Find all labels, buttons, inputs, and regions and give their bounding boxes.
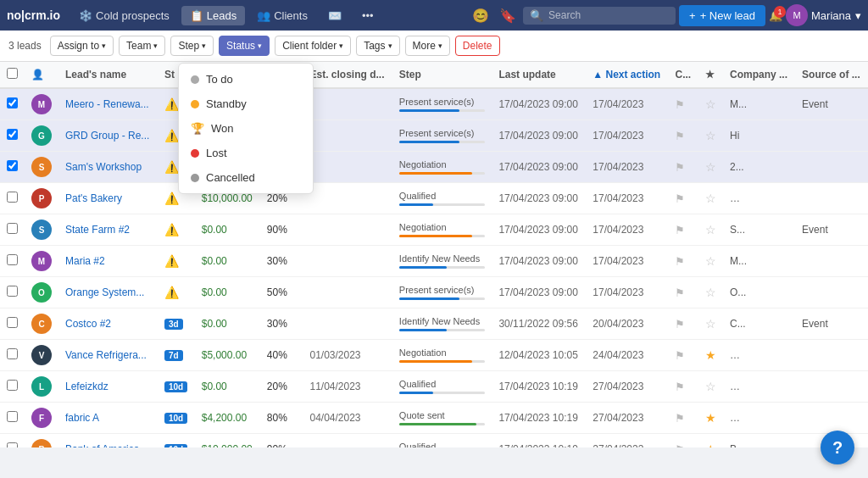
row-checkbox[interactable] xyxy=(7,286,18,297)
lead-name[interactable]: Costco #2 xyxy=(65,318,111,330)
row-star-cell[interactable]: ☆ xyxy=(698,214,723,246)
lead-name[interactable]: Lefeizkdz xyxy=(65,381,108,392)
status-cancelled-item[interactable]: Cancelled xyxy=(179,165,313,190)
row-checkbox[interactable] xyxy=(7,223,18,234)
col-name[interactable]: Lead's name xyxy=(58,62,158,88)
row-checkbox-cell[interactable] xyxy=(0,308,25,340)
lead-name[interactable]: State Farm #2 xyxy=(65,224,130,236)
nav-mail[interactable]: ✉️ xyxy=(320,6,350,25)
row-checkbox-cell[interactable] xyxy=(0,434,25,448)
row-checkbox[interactable] xyxy=(7,97,18,108)
status-won-item[interactable]: 🏆 Won xyxy=(179,116,313,141)
col-company[interactable]: C... xyxy=(668,62,698,88)
row-name-cell[interactable]: GRD Group - Re... xyxy=(58,120,158,152)
row-name-cell[interactable]: Sam's Workshop xyxy=(58,152,158,183)
row-star-cell[interactable]: ☆ xyxy=(698,88,723,120)
row-checkbox-cell[interactable] xyxy=(0,214,25,246)
row-star-cell[interactable]: ☆ xyxy=(698,183,723,214)
select-all-header[interactable] xyxy=(0,62,25,88)
col-next-action[interactable]: ▲ Next action xyxy=(586,62,668,88)
star-icon[interactable]: ☆ xyxy=(705,286,716,299)
select-all-checkbox[interactable] xyxy=(7,68,18,79)
row-checkbox-cell[interactable] xyxy=(0,120,25,152)
row-star-cell[interactable]: ☆ xyxy=(698,152,723,183)
star-icon[interactable]: ☆ xyxy=(705,380,716,393)
row-checkbox-cell[interactable] xyxy=(0,403,25,434)
row-name-cell[interactable]: State Farm #2 xyxy=(58,214,158,246)
row-checkbox-cell[interactable] xyxy=(0,371,25,403)
star-icon[interactable]: ☆ xyxy=(705,97,716,111)
assign-to-button[interactable]: Assign to ▾ xyxy=(50,36,114,56)
row-checkbox[interactable] xyxy=(7,442,18,447)
row-star-cell[interactable]: ☆ xyxy=(698,277,723,308)
col-source[interactable]: Source of ... xyxy=(795,62,868,88)
more-button[interactable]: More ▾ xyxy=(405,36,450,56)
row-star-cell[interactable]: ★ xyxy=(698,403,723,434)
row-star-cell[interactable]: ★ xyxy=(698,434,723,448)
lead-name[interactable]: Meero - Renewa... xyxy=(65,98,149,110)
row-checkbox-cell[interactable] xyxy=(0,246,25,277)
row-name-cell[interactable]: Maria #2 xyxy=(58,246,158,277)
lead-name[interactable]: Sam's Workshop xyxy=(65,161,142,173)
lead-name[interactable]: GRD Group - Re... xyxy=(65,130,149,142)
status-button[interactable]: Status ▾ xyxy=(219,36,270,56)
row-name-cell[interactable]: Bank of America xyxy=(58,434,158,448)
row-name-cell[interactable]: Orange System... xyxy=(58,277,158,308)
search-input[interactable] xyxy=(548,9,669,21)
star-icon[interactable]: ☆ xyxy=(705,223,716,236)
row-checkbox-cell[interactable] xyxy=(0,152,25,183)
row-name-cell[interactable]: Costco #2 xyxy=(58,308,158,340)
user-menu[interactable]: Mariana ▾ xyxy=(811,9,861,22)
star-icon[interactable]: ☆ xyxy=(705,192,716,205)
star-icon[interactable]: ★ xyxy=(705,442,716,447)
row-name-cell[interactable]: Pat's Bakery xyxy=(58,183,158,214)
star-icon[interactable]: ☆ xyxy=(705,160,716,174)
row-checkbox[interactable] xyxy=(7,160,18,171)
lead-name[interactable]: fabric A xyxy=(65,412,99,424)
client-folder-button[interactable]: Client folder ▾ xyxy=(275,36,351,56)
row-checkbox-cell[interactable] xyxy=(0,183,25,214)
status-todo-item[interactable]: To do xyxy=(179,67,313,92)
row-star-cell[interactable]: ☆ xyxy=(698,371,723,403)
lead-name[interactable]: Pat's Bakery xyxy=(65,192,122,204)
row-checkbox[interactable] xyxy=(7,348,18,359)
col-last-update[interactable]: Last update xyxy=(492,62,586,88)
row-name-cell[interactable]: Vance Refrigera... xyxy=(58,340,158,371)
status-standby-item[interactable]: Standby xyxy=(179,92,313,116)
row-checkbox-cell[interactable] xyxy=(0,277,25,308)
row-star-cell[interactable]: ☆ xyxy=(698,246,723,277)
nav-cold-prospects[interactable]: ❄️ Cold prospects xyxy=(70,6,178,25)
nav-clients[interactable]: 👥 Clients xyxy=(248,6,316,25)
bookmark-icon[interactable]: 🔖 xyxy=(496,4,520,27)
row-checkbox[interactable] xyxy=(7,192,18,203)
lead-name[interactable]: Vance Refrigera... xyxy=(65,349,147,361)
delete-button[interactable]: Delete xyxy=(455,36,500,56)
row-checkbox[interactable] xyxy=(7,254,18,265)
star-icon[interactable]: ☆ xyxy=(705,254,716,268)
row-star-cell[interactable]: ★ xyxy=(698,340,723,371)
row-star-cell[interactable]: ☆ xyxy=(698,308,723,340)
row-checkbox[interactable] xyxy=(7,317,18,328)
search-box[interactable]: 🔍 xyxy=(523,7,676,25)
star-icon[interactable]: ☆ xyxy=(705,129,716,142)
row-checkbox-cell[interactable] xyxy=(0,88,25,120)
notification-button[interactable]: 🔔 1 xyxy=(769,9,782,22)
row-checkbox-cell[interactable] xyxy=(0,340,25,371)
row-checkbox[interactable] xyxy=(7,129,18,140)
col-step[interactable]: Step xyxy=(392,62,492,88)
star-icon[interactable]: ★ xyxy=(705,348,716,362)
tags-button[interactable]: Tags ▾ xyxy=(356,36,399,56)
nav-more[interactable]: ••• xyxy=(353,6,382,25)
nav-leads[interactable]: 📋 Leads xyxy=(181,6,245,25)
new-lead-button[interactable]: + + New lead xyxy=(679,5,765,26)
star-icon[interactable]: ★ xyxy=(705,411,716,425)
lead-name[interactable]: Bank of America xyxy=(65,443,139,447)
row-checkbox[interactable] xyxy=(7,411,18,422)
row-checkbox[interactable] xyxy=(7,380,18,391)
step-button[interactable]: Step ▾ xyxy=(170,36,214,56)
col-closing[interactable]: Est. closing d... xyxy=(303,62,392,88)
row-name-cell[interactable]: Lefeizkdz xyxy=(58,371,158,403)
row-name-cell[interactable]: Meero - Renewa... xyxy=(58,88,158,120)
emoji-icon[interactable]: 😊 xyxy=(469,4,492,27)
status-lost-item[interactable]: Lost xyxy=(179,141,313,165)
